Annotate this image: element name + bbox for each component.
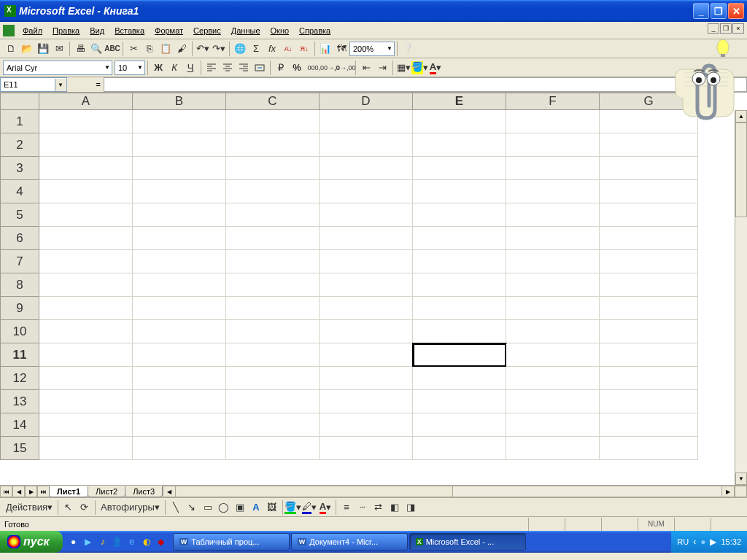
- name-box[interactable]: E11▼: [0, 77, 67, 92]
- cell-B8[interactable]: [133, 273, 226, 297]
- font-color-button[interactable]: A▾: [427, 60, 444, 76]
- font-combo[interactable]: Arial Cyr▼: [3, 61, 112, 75]
- tray-icon-1[interactable]: ‹: [693, 537, 696, 547]
- row-header-11[interactable]: 11: [0, 343, 39, 367]
- actions-menu[interactable]: Действия▾: [3, 499, 55, 516]
- redo-button[interactable]: ↷▾: [211, 41, 227, 57]
- cell-F4[interactable]: [506, 180, 600, 203]
- taskbar-word1[interactable]: WТабличный проц...: [173, 533, 290, 551]
- cell-E12[interactable]: [413, 367, 506, 390]
- font-color-draw-button[interactable]: A▾: [317, 499, 333, 516]
- mdi-close[interactable]: ×: [732, 23, 744, 34]
- oval-button[interactable]: ◯: [216, 499, 232, 516]
- cell-C2[interactable]: [226, 133, 320, 157]
- cell-G4[interactable]: [600, 180, 698, 203]
- tab-prev-button[interactable]: ◀: [12, 486, 25, 497]
- cell-G1[interactable]: [600, 110, 698, 133]
- cell-G8[interactable]: [600, 273, 698, 297]
- scroll-left-button[interactable]: ◀: [163, 486, 176, 497]
- cell-D1[interactable]: [320, 110, 413, 133]
- new-button[interactable]: 🗋: [3, 41, 19, 57]
- cut-button[interactable]: ✂: [125, 41, 142, 57]
- row-header-2[interactable]: 2: [0, 133, 39, 157]
- fill-color-draw-button[interactable]: 🪣▾: [285, 499, 301, 516]
- tab-last-button[interactable]: ⏭: [37, 486, 50, 497]
- row-header-4[interactable]: 4: [0, 180, 39, 203]
- cell-G3[interactable]: [600, 157, 698, 180]
- function-button[interactable]: fx: [264, 41, 280, 57]
- scroll-right-button[interactable]: ▶: [721, 486, 734, 497]
- ql-winamp-icon[interactable]: ♪: [96, 534, 109, 549]
- hyperlink-button[interactable]: 🌐: [232, 41, 248, 57]
- menu-file[interactable]: Файл: [18, 24, 47, 37]
- cell-A10[interactable]: [39, 320, 133, 343]
- cell-G15[interactable]: [600, 437, 698, 460]
- currency-button[interactable]: ₽: [273, 60, 289, 76]
- lang-indicator[interactable]: RU: [677, 537, 689, 546]
- cell-F9[interactable]: [506, 297, 600, 320]
- hscroll-thumb[interactable]: [176, 486, 453, 497]
- cell-F6[interactable]: [506, 227, 600, 250]
- maximize-button[interactable]: ❐: [711, 3, 727, 19]
- cell-G5[interactable]: [600, 203, 698, 227]
- cell-G14[interactable]: [600, 413, 698, 437]
- select-all-corner[interactable]: [0, 93, 39, 110]
- cell-E3[interactable]: [413, 157, 506, 180]
- cell-F2[interactable]: [506, 133, 600, 157]
- borders-button[interactable]: ▦▾: [395, 60, 411, 76]
- sort-desc-button[interactable]: Я↓: [296, 41, 312, 57]
- cell-B2[interactable]: [133, 133, 226, 157]
- cell-C13[interactable]: [226, 390, 320, 413]
- merge-button[interactable]: [252, 60, 268, 76]
- autoshapes-menu[interactable]: Автофигуры▾: [98, 499, 163, 516]
- dec-decimal-button[interactable]: ,0→,00: [337, 60, 353, 76]
- mdi-restore[interactable]: ❐: [720, 23, 732, 34]
- row-header-10[interactable]: 10: [0, 320, 39, 343]
- cell-D13[interactable]: [320, 390, 413, 413]
- vertical-scrollbar[interactable]: ▲ ▼: [735, 110, 747, 485]
- taskbar-excel[interactable]: XMicrosoft Excel - ...: [409, 533, 526, 551]
- cell-A4[interactable]: [39, 180, 133, 203]
- menu-window[interactable]: Окно: [266, 24, 295, 37]
- cell-F11[interactable]: [506, 343, 600, 367]
- ql-media-icon[interactable]: ▶: [82, 534, 95, 549]
- cell-G13[interactable]: [600, 390, 698, 413]
- cell-D8[interactable]: [320, 273, 413, 297]
- align-right-button[interactable]: [236, 60, 252, 76]
- undo-button[interactable]: ↶▾: [195, 41, 211, 57]
- cell-E8[interactable]: [413, 273, 506, 297]
- cell-A11[interactable]: [39, 343, 133, 367]
- cell-E9[interactable]: [413, 297, 506, 320]
- menu-insert[interactable]: Вставка: [109, 24, 150, 37]
- cell-F1[interactable]: [506, 110, 600, 133]
- cell-C1[interactable]: [226, 110, 320, 133]
- cell-E10[interactable]: [413, 320, 506, 343]
- cell-C5[interactable]: [226, 203, 320, 227]
- cell-A2[interactable]: [39, 133, 133, 157]
- bold-button[interactable]: Ж: [150, 60, 166, 76]
- horizontal-scrollbar[interactable]: ◀ ▶: [163, 486, 735, 497]
- spell-button[interactable]: ABC: [104, 41, 120, 57]
- cell-A12[interactable]: [39, 367, 133, 390]
- cell-F5[interactable]: [506, 203, 600, 227]
- row-header-6[interactable]: 6: [0, 227, 39, 250]
- cell-B13[interactable]: [133, 390, 226, 413]
- ql-app2-icon[interactable]: ◆: [155, 534, 168, 549]
- fill-color-button[interactable]: 🪣▾: [411, 60, 427, 76]
- menu-tools[interactable]: Сервис: [188, 24, 226, 37]
- zoom-combo[interactable]: 200%▼: [349, 42, 395, 56]
- sort-asc-button[interactable]: А↓: [280, 41, 296, 57]
- chart-button[interactable]: 📊: [317, 41, 333, 57]
- textbox-button[interactable]: ▣: [232, 499, 248, 516]
- help-button[interactable]: ❔: [400, 41, 416, 57]
- print-button[interactable]: 🖶: [72, 41, 88, 57]
- cell-A3[interactable]: [39, 157, 133, 180]
- close-button[interactable]: ✕: [728, 3, 744, 19]
- cell-D10[interactable]: [320, 320, 413, 343]
- cell-D14[interactable]: [320, 413, 413, 437]
- cell-A1[interactable]: [39, 110, 133, 133]
- col-c[interactable]: C: [226, 93, 320, 110]
- menu-format[interactable]: Формат: [150, 24, 188, 37]
- cell-D11[interactable]: [320, 343, 413, 367]
- cell-B10[interactable]: [133, 320, 226, 343]
